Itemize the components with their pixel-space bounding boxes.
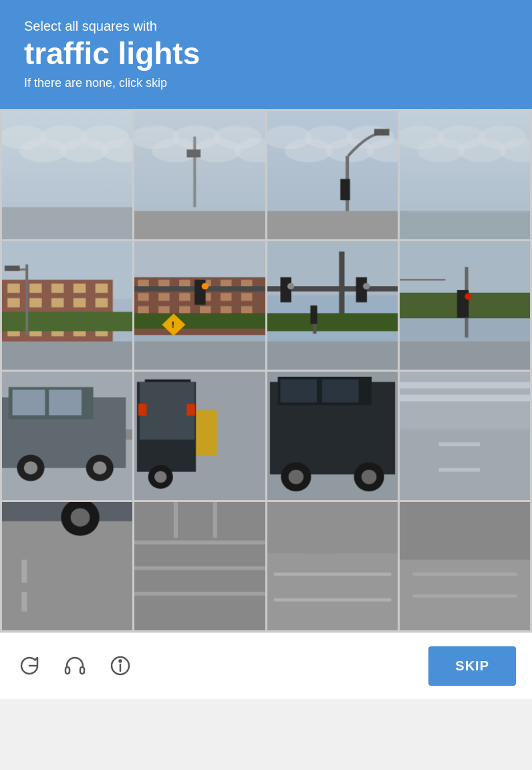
cell-canvas-7 <box>400 241 530 370</box>
header-title: traffic lights <box>24 37 508 71</box>
headphones-button[interactable] <box>61 652 88 679</box>
grid-cell-9[interactable] <box>134 372 267 502</box>
cell-canvas-3 <box>400 111 530 239</box>
info-icon <box>107 652 134 679</box>
cell-canvas-11 <box>400 372 530 500</box>
image-grid <box>0 109 532 632</box>
cell-canvas-9 <box>134 372 265 500</box>
reload-button[interactable] <box>16 652 43 679</box>
cell-canvas-13 <box>134 502 265 630</box>
cell-canvas-4 <box>2 241 132 370</box>
cell-canvas-1 <box>134 111 265 239</box>
footer: SKIP <box>0 632 532 699</box>
captcha-container: Select all squares with traffic lights I… <box>0 0 532 699</box>
grid-cell-12[interactable] <box>2 502 134 632</box>
svg-rect-1 <box>80 667 84 674</box>
info-button[interactable] <box>107 652 134 679</box>
grid-cell-14[interactable] <box>267 502 400 632</box>
grid-cell-6[interactable] <box>267 241 400 372</box>
grid-cell-5[interactable] <box>134 241 267 372</box>
cell-canvas-10 <box>267 372 398 500</box>
grid-cell-3[interactable] <box>400 111 532 241</box>
grid-cell-4[interactable] <box>2 241 134 372</box>
grid-cell-7[interactable] <box>400 241 532 372</box>
cell-canvas-2 <box>267 111 398 239</box>
skip-button[interactable]: SKIP <box>428 646 516 686</box>
grid-cell-13[interactable] <box>134 502 267 632</box>
grid-cell-8[interactable] <box>2 372 134 502</box>
svg-rect-0 <box>65 667 70 674</box>
footer-icons <box>16 652 134 679</box>
header-subtitle: Select all squares with <box>24 19 508 34</box>
cell-canvas-5 <box>134 241 265 370</box>
grid-cell-0[interactable] <box>2 111 134 241</box>
cell-canvas-0 <box>2 111 132 239</box>
reload-icon <box>16 652 43 679</box>
captcha-header: Select all squares with traffic lights I… <box>0 0 532 109</box>
cell-canvas-6 <box>267 241 398 370</box>
grid-cell-15[interactable] <box>400 502 532 632</box>
grid-cell-11[interactable] <box>400 372 532 502</box>
cell-canvas-15 <box>400 502 530 630</box>
cell-canvas-8 <box>2 372 132 500</box>
svg-point-4 <box>120 660 122 662</box>
header-instruction: If there are none, click skip <box>24 76 508 90</box>
cell-canvas-12 <box>2 502 132 630</box>
headphones-icon <box>61 652 88 679</box>
grid-cell-10[interactable] <box>267 372 400 502</box>
grid-cell-2[interactable] <box>267 111 400 241</box>
grid-cell-1[interactable] <box>134 111 267 241</box>
cell-canvas-14 <box>267 502 398 630</box>
